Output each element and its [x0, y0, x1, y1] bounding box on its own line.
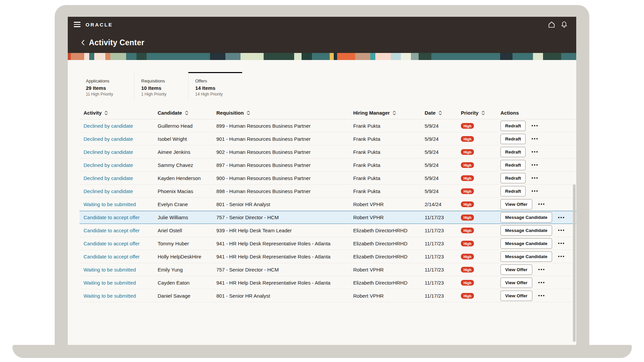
row-action-button[interactable]: View Offer — [500, 291, 532, 301]
table-row[interactable]: Waiting to be submitted Cayden Eaton 941… — [79, 276, 576, 289]
column-header: Hiring Manager — [353, 110, 425, 116]
row-menu-icon[interactable] — [534, 125, 535, 126]
vertical-scrollbar[interactable] — [573, 184, 576, 342]
activity-link[interactable]: Waiting to be submitted — [84, 280, 136, 286]
row-action-button[interactable]: Redraft — [500, 147, 526, 157]
candidate-cell: Guillermo Head — [158, 123, 216, 129]
date-cell: 11/17/23 — [425, 215, 461, 220]
priority-badge: High — [461, 228, 474, 234]
activity-link[interactable]: Candidate to accept offer — [84, 241, 140, 246]
column-header: Requisition — [216, 110, 353, 116]
row-action-button[interactable]: Redraft — [500, 186, 526, 196]
tab-item-count: 29 Items — [86, 85, 134, 91]
bell-icon[interactable] — [561, 21, 568, 28]
requisition-cell: 941 - HR Help Desk Representative Roles … — [216, 280, 353, 286]
priority-badge: High — [461, 162, 474, 168]
activity-link[interactable]: Declined by candidate — [84, 162, 133, 168]
activity-link[interactable]: Waiting to be submitted — [84, 293, 136, 299]
date-cell: 5/9/24 — [425, 136, 461, 142]
tab-item-count: 14 Items — [195, 85, 242, 91]
requisition-cell: 801 - Senior HR Analyst — [216, 201, 353, 207]
table-row[interactable]: Declined by candidate Guillermo Head 899… — [79, 119, 576, 132]
row-action-button[interactable]: View Offer — [500, 199, 532, 209]
row-action-button[interactable]: View Offer — [500, 264, 532, 275]
sort-icon[interactable] — [247, 110, 250, 116]
topbar: ORACLE — [68, 17, 576, 32]
activity-link[interactable]: Candidate to accept offer — [84, 254, 140, 259]
row-action-button[interactable]: Redraft — [500, 173, 526, 183]
table-row[interactable]: Declined by candidate Sammy Chavez 897 -… — [79, 159, 576, 172]
row-action-button[interactable]: View Offer — [500, 278, 532, 288]
table-row[interactable]: Waiting to be submitted Emily Yung 757 -… — [79, 263, 576, 276]
tab-offers[interactable]: Offers 14 Items 14 High Priority — [188, 72, 242, 100]
row-menu-icon[interactable] — [534, 177, 535, 179]
requisition-cell: 897 - Human Resources Business Partner — [216, 162, 353, 168]
table-row[interactable]: Waiting to be submitted Daniel Savage 80… — [79, 289, 576, 302]
app-header: ORACLE Activity Center — [68, 17, 576, 53]
hiring-manager-cell: Robert VPHR — [353, 267, 425, 273]
row-menu-icon[interactable] — [534, 138, 535, 139]
row-menu-icon[interactable] — [534, 190, 535, 192]
date-cell: 5/9/24 — [425, 123, 461, 129]
oracle-logo: ORACLE — [86, 22, 113, 27]
row-menu-icon[interactable] — [534, 151, 535, 153]
row-action-button[interactable]: Redraft — [500, 160, 526, 170]
row-action-button[interactable]: Message Candidate — [500, 251, 552, 262]
activity-link[interactable]: Declined by candidate — [84, 188, 133, 194]
sort-icon[interactable] — [438, 110, 442, 116]
row-menu-icon[interactable] — [541, 295, 542, 296]
column-header: Date — [425, 110, 461, 116]
row-action-button[interactable]: Message Candidate — [500, 238, 552, 249]
row-action-button[interactable]: Redraft — [500, 121, 526, 131]
table-row[interactable]: Candidate to accept offer Ariel Ostell 9… — [79, 224, 576, 237]
home-icon[interactable] — [548, 21, 555, 28]
activity-link[interactable]: Candidate to accept offer — [84, 215, 140, 220]
activity-link[interactable]: Declined by candidate — [84, 149, 133, 155]
row-menu-icon[interactable] — [534, 164, 535, 166]
column-header: Actions — [500, 110, 576, 116]
table-row[interactable]: Candidate to accept offer Holly HelpDesk… — [79, 250, 576, 263]
activity-link[interactable]: Declined by candidate — [84, 123, 133, 129]
tab-applications[interactable]: Applications 29 Items 11 High Priority — [79, 72, 134, 100]
table-row[interactable]: Declined by candidate Kayden Henderson 9… — [79, 172, 576, 185]
back-chevron-icon[interactable] — [81, 39, 85, 46]
candidate-cell: Aimee Jenkins — [158, 149, 216, 155]
hamburger-menu-icon[interactable] — [74, 22, 80, 27]
row-action-button[interactable]: Message Candidate — [500, 225, 552, 236]
table-row[interactable]: Declined by candidate Aimee Jenkins 902 … — [79, 145, 576, 159]
requisition-cell: 900 - Human Resources Business Partner — [216, 175, 353, 181]
row-action-button[interactable]: Message Candidate — [500, 212, 552, 223]
activity-link[interactable]: Waiting to be submitted — [84, 267, 136, 273]
candidate-cell: Emily Yung — [158, 267, 216, 273]
table-row[interactable]: Candidate to accept offer Tommy Huber 94… — [79, 237, 576, 250]
row-menu-icon[interactable] — [541, 269, 542, 270]
row-menu-icon[interactable] — [541, 282, 542, 283]
candidate-cell: Tommy Huber — [158, 241, 216, 246]
sort-icon[interactable] — [104, 110, 108, 116]
decorative-banner — [68, 53, 576, 60]
priority-badge: High — [461, 175, 474, 181]
activity-link[interactable]: Declined by candidate — [84, 136, 133, 142]
row-menu-icon[interactable] — [560, 243, 562, 244]
activity-link[interactable]: Waiting to be submitted — [84, 201, 136, 207]
hiring-manager-cell: Frank Pukta — [353, 149, 425, 155]
table-row[interactable]: Waiting to be submitted Evelyn Crane 801… — [79, 198, 576, 211]
table-row[interactable]: Declined by candidate Isobel Wright 901 … — [79, 132, 576, 145]
sort-icon[interactable] — [185, 110, 189, 116]
activity-link[interactable]: Declined by candidate — [84, 175, 133, 181]
row-menu-icon[interactable] — [560, 230, 562, 231]
sort-icon[interactable] — [481, 110, 485, 116]
row-action-button[interactable]: Redraft — [500, 134, 526, 144]
row-menu-icon[interactable] — [560, 256, 562, 257]
candidate-cell: Isobel Wright — [158, 136, 216, 142]
candidate-cell: Cayden Eaton — [158, 280, 216, 286]
table-row[interactable]: Declined by candidate Phoenix Macias 898… — [79, 185, 576, 198]
hiring-manager-cell: Frank Pukta — [353, 175, 425, 181]
table-row[interactable]: Candidate to accept offer Julie Williams… — [79, 211, 576, 224]
tab-requisitions[interactable]: Requisitions 10 Items 1 High Priority — [134, 72, 188, 100]
sort-icon[interactable] — [392, 110, 396, 116]
row-menu-icon[interactable] — [541, 203, 542, 205]
date-cell: 11/17/23 — [425, 241, 461, 246]
activity-link[interactable]: Candidate to accept offer — [84, 228, 140, 233]
row-menu-icon[interactable] — [560, 217, 562, 218]
